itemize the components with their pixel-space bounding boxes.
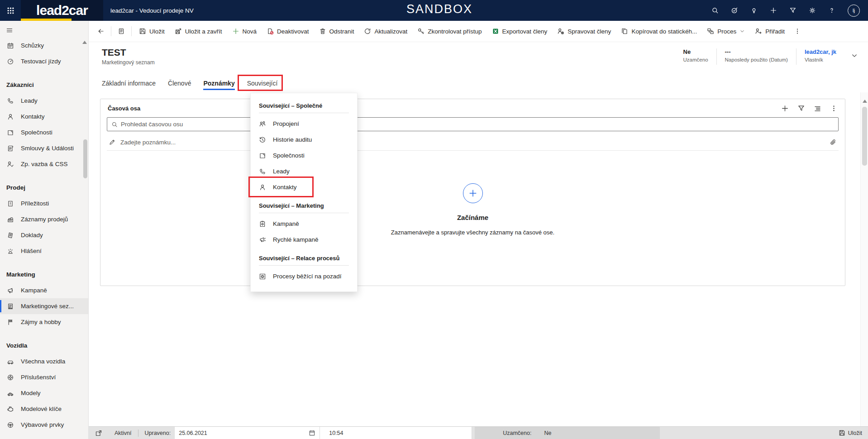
- menu-item-procesy-na-pozadi[interactable]: Procesy běžící na pozadí: [251, 268, 357, 284]
- calendar-icon[interactable]: [309, 429, 315, 436]
- sidebar-item-marketingove-seznamy[interactable]: Marketingové sez...: [0, 298, 88, 314]
- copy-icon: [621, 28, 628, 35]
- background-process-icon: [259, 273, 266, 280]
- menu-item-spolecnosti[interactable]: Společnosti: [251, 148, 357, 163]
- sidebar-item-testovaci-jizdy[interactable]: Testovací jízdy: [0, 53, 88, 69]
- save-and-close-button[interactable]: Uložit a zavřít: [170, 23, 227, 39]
- sidebar-item-zp-vazba-css[interactable]: Zp. vazba & CSS: [0, 156, 88, 172]
- sidebar-item-hlaseni[interactable]: Hlášení: [0, 243, 88, 259]
- check-access-button[interactable]: Zkontrolovat přístup: [412, 23, 486, 39]
- sales-records-icon: [7, 216, 14, 223]
- sidebar-group-prodej: Prodej Příležitosti Záznamy prodejů Dokl…: [0, 179, 88, 259]
- sidebar-item-label: Schůzky: [21, 42, 44, 49]
- sidebar-item-spolecnosti[interactable]: Společnosti: [0, 124, 88, 140]
- process-button[interactable]: Proces: [702, 23, 750, 39]
- delete-button[interactable]: Odstranit: [314, 23, 359, 39]
- scroll-up-arrow[interactable]: [863, 100, 867, 103]
- sidebar-item-kontakty[interactable]: Kontakty: [0, 109, 88, 124]
- more-commands-button[interactable]: [790, 24, 805, 39]
- rows-icon[interactable]: [814, 105, 821, 112]
- expand-icon[interactable]: [95, 429, 102, 437]
- tab-poznamky[interactable]: Poznámky: [203, 74, 234, 92]
- sidebar-item-leady[interactable]: Leady: [0, 93, 88, 109]
- tab-zakladni-informace[interactable]: Základní informace: [102, 74, 156, 92]
- owner-link[interactable]: lead2car, jk: [805, 48, 836, 55]
- excel-icon: [492, 28, 499, 35]
- manage-members-button[interactable]: Spravovat členy: [552, 23, 616, 39]
- add-record-circle-button[interactable]: [463, 183, 483, 203]
- menu-item-propojeni[interactable]: Propojení: [251, 116, 357, 132]
- menu-item-label: Leady: [273, 168, 290, 175]
- hamburger-icon[interactable]: [6, 27, 13, 34]
- add-icon[interactable]: [781, 105, 789, 112]
- site-map-sidebar: Schůzky Testovací jízdy Zákazníci Leady …: [0, 21, 89, 439]
- sidebar-item-label: Leady: [21, 97, 38, 104]
- app-launcher-button[interactable]: [0, 0, 21, 21]
- sidebar-item-zajmy-a-hobby[interactable]: Zájmy a hobby: [0, 314, 88, 330]
- sidebar-item-prislusenstvi[interactable]: Příslušenství: [0, 369, 88, 385]
- back-button[interactable]: [93, 24, 109, 39]
- deactivate-button[interactable]: Deaktivovat: [262, 23, 314, 39]
- sidebar-scrollbar-thumb[interactable]: [83, 139, 87, 178]
- search-icon: [111, 121, 118, 128]
- content-scrollbar[interactable]: [860, 92, 868, 426]
- locked-label: Uzamčeno:: [503, 430, 531, 436]
- content-scrollbar-thumb[interactable]: [862, 107, 867, 166]
- sidebar-item-kampane[interactable]: Kampaně: [0, 282, 88, 298]
- statusbar-save-button[interactable]: Uložit: [839, 429, 868, 436]
- sidebar-item-smlouvy-udalosti[interactable]: Smlouvy & Události: [0, 140, 88, 156]
- sidebar-scroll-up-arrow[interactable]: [82, 41, 87, 44]
- export-members-button[interactable]: Exportovat členy: [487, 23, 553, 39]
- sidebar-item-prilezitosti[interactable]: Příležitosti: [0, 196, 88, 211]
- filter-icon[interactable]: [797, 105, 805, 112]
- form-selector-button[interactable]: [114, 24, 129, 39]
- sidebar-item-modely[interactable]: Modely: [0, 385, 88, 401]
- vehicles-icon: [7, 358, 14, 365]
- copy-to-static-button[interactable]: Kopírovat do statickéh...: [616, 23, 702, 39]
- target-icon[interactable]: [731, 7, 738, 14]
- menu-item-leady[interactable]: Leady: [251, 163, 357, 179]
- tab-clenove[interactable]: Členové: [168, 74, 191, 92]
- sidebar-item-zaznamy-prodeju[interactable]: Záznamy prodejů: [0, 211, 88, 227]
- tab-souvisejici[interactable]: Související: [247, 74, 278, 92]
- refresh-button[interactable]: Aktualizovat: [359, 23, 412, 39]
- sidebar-item-vybavove-prvky[interactable]: Výbavové prvky: [0, 417, 88, 433]
- plus-icon[interactable]: [770, 7, 777, 14]
- timeline-search-input[interactable]: [121, 121, 834, 128]
- menu-item-kampane[interactable]: Kampaně: [251, 216, 357, 232]
- contacts-icon: [7, 113, 14, 120]
- menu-item-rychle-kampane[interactable]: Rychlé kampaně: [251, 232, 357, 248]
- save-button[interactable]: Uložit: [134, 23, 170, 39]
- gear-icon[interactable]: [809, 7, 816, 14]
- help-icon[interactable]: [828, 7, 835, 14]
- sidebar-item-label: Kampaně: [21, 287, 47, 294]
- deactivate-icon: [267, 28, 274, 35]
- note-input[interactable]: [120, 139, 825, 146]
- paperclip-icon[interactable]: [830, 138, 837, 146]
- statusbar-save-label: Uložit: [848, 430, 862, 436]
- related-section-marketing: Související – Marketing Kampaně Rychlé k…: [251, 200, 357, 248]
- delete-icon: [319, 28, 326, 35]
- header-expand-chevron-icon[interactable]: [851, 52, 858, 59]
- more-icon: [794, 28, 801, 35]
- sidebar-item-doklady[interactable]: Doklady: [0, 227, 88, 243]
- new-button[interactable]: Nová: [227, 23, 262, 39]
- search-icon[interactable]: [711, 7, 719, 14]
- sidebar-item-schuzky[interactable]: Schůzky: [0, 38, 88, 53]
- sidebar-item-label: Modely: [21, 390, 41, 396]
- tab-label: Základní informace: [102, 80, 156, 87]
- sidebar-group-header: Zákazníci: [0, 76, 88, 93]
- timeline-toolbar: [781, 105, 838, 112]
- filter-icon[interactable]: [789, 7, 796, 14]
- refresh-icon: [364, 28, 371, 35]
- top-navigation-bar: lead2car lead2car - Vedoucí prodeje NV S…: [0, 0, 868, 21]
- sidebar-item-modelove-klice[interactable]: Modelové klíče: [0, 401, 88, 417]
- more-icon[interactable]: [830, 105, 838, 112]
- menu-item-historie-auditu[interactable]: Historie auditu: [251, 132, 357, 148]
- meetings-icon: [7, 42, 14, 49]
- assign-button[interactable]: Přiřadit: [750, 23, 790, 39]
- sidebar-item-vsechna-vozidla[interactable]: Všechna vozidla: [0, 353, 88, 369]
- lightbulb-icon[interactable]: [750, 7, 758, 14]
- menu-item-kontakty[interactable]: Kontakty: [251, 179, 357, 195]
- user-avatar[interactable]: lj: [848, 5, 860, 17]
